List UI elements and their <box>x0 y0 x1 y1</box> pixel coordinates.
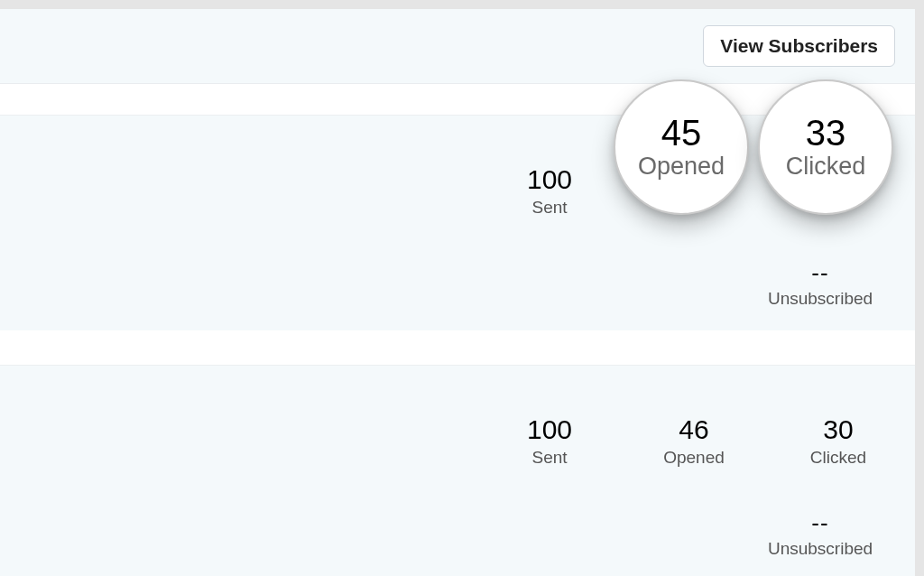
metric-value: -- <box>762 259 879 287</box>
magnifier-value: 45 <box>661 115 702 151</box>
campaign-card: 100 Sent 46 Opened 30 Clicked -- Unsubsc… <box>0 365 915 576</box>
metric-value: 100 <box>509 414 590 444</box>
magnifier-opened: 45 Opened <box>614 79 749 215</box>
metric-label: Sent <box>509 198 590 218</box>
metric-unsubscribed: -- Unsubscribed <box>762 259 879 309</box>
metric-label: Unsubscribed <box>762 539 879 559</box>
magnifier-clicked: 33 Clicked <box>758 79 893 215</box>
metric-label: Clicked <box>798 448 879 468</box>
metric-clicked: 30 Clicked <box>798 414 879 468</box>
metric-sent: 100 Sent <box>509 164 590 218</box>
metric-value: 30 <box>798 414 879 444</box>
unsub-row: -- Unsubscribed <box>22 259 879 309</box>
metrics-row: 100 Sent Opened Clicked <box>22 137 879 218</box>
metric-opened: 46 Opened <box>653 414 735 468</box>
spacer <box>0 330 915 365</box>
magnifier-value: 33 <box>806 115 846 151</box>
metric-sent: 100 Sent <box>509 414 590 468</box>
metric-label: Opened <box>653 448 735 468</box>
metric-value: 100 <box>509 164 590 194</box>
view-subscribers-button[interactable]: View Subscribers <box>703 25 895 67</box>
header-bar: View Subscribers <box>0 9 915 84</box>
metric-unsubscribed: -- Unsubscribed <box>762 509 879 559</box>
unsub-row: -- Unsubscribed <box>22 509 879 559</box>
metric-label: Sent <box>509 448 590 468</box>
page-container: View Subscribers 100 Sent Opened Clicked… <box>0 9 915 576</box>
magnifier-label: Opened <box>638 153 725 181</box>
metric-label: Unsubscribed <box>762 289 879 309</box>
metric-value: 46 <box>653 414 735 444</box>
magnifier-label: Clicked <box>786 153 866 181</box>
metrics-row: 100 Sent 46 Opened 30 Clicked <box>22 387 879 468</box>
metric-value: -- <box>762 509 879 537</box>
